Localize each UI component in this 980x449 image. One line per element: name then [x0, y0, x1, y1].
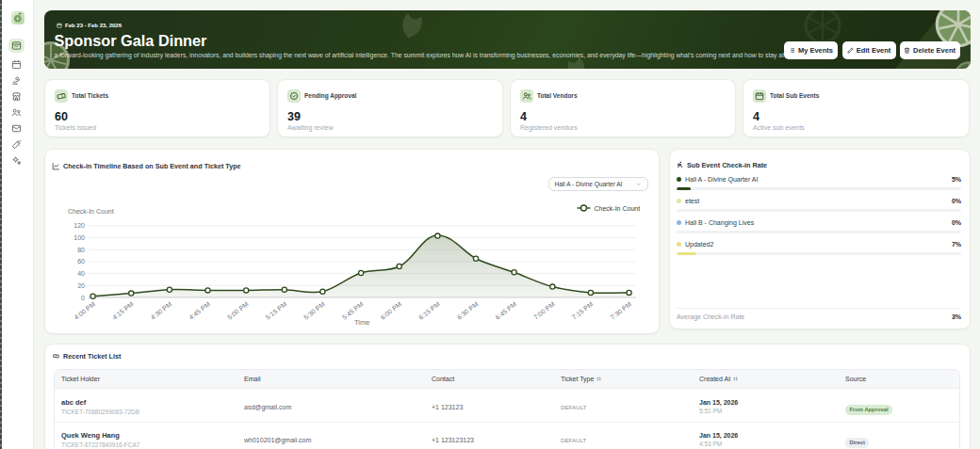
- svg-text:7:00 PM: 7:00 PM: [532, 300, 556, 321]
- svg-text:60: 60: [77, 258, 85, 265]
- svg-text:40: 40: [77, 270, 85, 277]
- svg-text:0: 0: [81, 295, 85, 301]
- svg-text:6:45 PM: 6:45 PM: [494, 300, 517, 321]
- svg-text:5:30 PM: 5:30 PM: [302, 300, 326, 321]
- svg-text:5:00 PM: 5:00 PM: [226, 300, 250, 321]
- svg-text:6:00 PM: 6:00 PM: [379, 300, 402, 321]
- svg-text:6:30 PM: 6:30 PM: [456, 300, 480, 321]
- svg-text:4:00 PM: 4:00 PM: [73, 300, 96, 321]
- svg-text:5:15 PM: 5:15 PM: [265, 300, 288, 321]
- svg-text:100: 100: [74, 234, 85, 241]
- svg-text:7:15 PM: 7:15 PM: [571, 300, 595, 321]
- svg-text:20: 20: [77, 282, 85, 289]
- svg-text:Time: Time: [354, 318, 369, 327]
- svg-text:6:15 PM: 6:15 PM: [417, 300, 441, 321]
- svg-text:4:30 PM: 4:30 PM: [150, 300, 173, 321]
- svg-text:120: 120: [74, 222, 85, 229]
- svg-text:7:30 PM: 7:30 PM: [609, 300, 632, 321]
- svg-text:Check-In Count: Check-In Count: [68, 208, 114, 215]
- svg-text:4:45 PM: 4:45 PM: [188, 300, 211, 321]
- svg-text:Check-In Count: Check-In Count: [595, 205, 641, 212]
- svg-text:80: 80: [77, 247, 85, 253]
- svg-text:4:15 PM: 4:15 PM: [111, 300, 135, 321]
